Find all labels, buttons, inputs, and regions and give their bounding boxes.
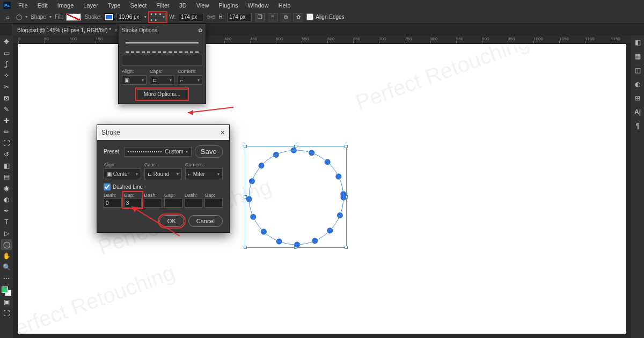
corners-dropdown[interactable]: ⌐ Miter▾ — [185, 168, 223, 179]
dash2-label: Dash: — [144, 193, 162, 198]
flyout-corners-label: Corners: — [178, 69, 202, 74]
screenmode-icon[interactable]: ⛶ — [1, 308, 12, 319]
link-wh-icon[interactable]: ⊃⊂ — [207, 14, 215, 20]
character-panel-icon[interactable]: A| — [633, 107, 642, 117]
blur-tool-icon[interactable]: ◉ — [1, 183, 12, 194]
fill-swatch[interactable] — [66, 13, 81, 21]
type-tool-icon[interactable]: T — [1, 217, 12, 227]
dash1-label: Dash: — [104, 193, 122, 198]
menu-window[interactable]: Window — [244, 1, 273, 10]
flyout-caps-label: Caps: — [150, 69, 174, 74]
shape-tool-icon[interactable]: ◯ — [1, 239, 12, 250]
gap2-input[interactable] — [164, 198, 182, 208]
flyout-caps-dropdown[interactable]: ⊏▾ — [150, 75, 174, 85]
menu-edit[interactable]: Edit — [33, 1, 52, 10]
save-preset-button[interactable]: Save — [195, 145, 223, 158]
menu-type[interactable]: Type — [104, 1, 125, 10]
shape-mode-label[interactable]: Shape — [31, 14, 46, 20]
gap1-input[interactable] — [124, 198, 142, 208]
dash3-input[interactable] — [185, 198, 203, 208]
menu-filter[interactable]: Filter — [152, 1, 173, 10]
gap3-input[interactable] — [204, 198, 223, 208]
menu-layer[interactable]: Layer — [79, 1, 103, 10]
cancel-button[interactable]: Cancel — [188, 215, 223, 227]
zoom-tool-icon[interactable]: 🔍 — [1, 262, 12, 273]
path-ops-icon[interactable]: ❐ — [255, 13, 265, 21]
pen-tool-icon[interactable]: ✒ — [1, 205, 12, 216]
horizontal-ruler: 0501001502002503003504004505005506006507… — [13, 35, 631, 44]
frame-tool-icon[interactable]: ⊠ — [1, 93, 12, 104]
stroke-type-dropdown[interactable]: • • • • • ▾ — [150, 13, 166, 21]
align-dropdown[interactable]: ▣ Center▾ — [104, 168, 141, 179]
path-select-icon[interactable]: ▷ — [1, 228, 12, 239]
brush-tool-icon[interactable]: ✏ — [1, 127, 12, 137]
color-swatches[interactable] — [2, 286, 11, 296]
stroke-dotted-option[interactable] — [122, 55, 202, 65]
align-edges-checkbox[interactable]: Align Edges — [306, 13, 344, 20]
dialog-title: Stroke — [101, 129, 120, 136]
stroke-label: Stroke: — [84, 14, 101, 20]
selection-bounds[interactable] — [245, 146, 347, 248]
height-label: H: — [218, 14, 224, 20]
crop-tool-icon[interactable]: ✂ — [1, 82, 12, 92]
eraser-tool-icon[interactable]: ◧ — [1, 160, 12, 171]
flyout-gear-icon[interactable]: ✿ — [198, 27, 202, 33]
flyout-align-label: Align: — [122, 69, 147, 74]
stroke-width-input[interactable] — [116, 13, 141, 21]
gear-icon[interactable]: ✿ — [294, 13, 303, 21]
ellipse-tool-icon[interactable]: ◯ — [16, 14, 22, 20]
color-panel-icon[interactable]: ◧ — [633, 38, 642, 47]
dash1-input[interactable] — [104, 198, 122, 208]
right-panel: ◧ ▦ ◫ ◐ ⊞ A| ¶ — [631, 35, 644, 338]
stroke-dashed-option[interactable] — [122, 46, 202, 53]
hand-tool-icon[interactable]: ✋ — [1, 251, 12, 261]
eyedropper-tool-icon[interactable]: ✎ — [1, 104, 12, 115]
home-icon[interactable]: ⌂ — [3, 12, 13, 22]
ok-button[interactable]: OK — [159, 215, 184, 227]
properties-panel-icon[interactable]: ◫ — [633, 65, 642, 75]
menu-plugins[interactable]: Plugins — [214, 1, 242, 10]
watermark: Perfect Retouching — [13, 260, 178, 338]
marquee-tool-icon[interactable]: ▭ — [1, 48, 12, 58]
move-tool-icon[interactable]: ✥ — [1, 36, 12, 47]
heal-tool-icon[interactable]: ✚ — [1, 115, 12, 126]
arrange-icon[interactable]: ⧉ — [281, 13, 290, 21]
history-brush-icon[interactable]: ↺ — [1, 149, 12, 160]
preset-label: Preset: — [104, 149, 121, 155]
dialog-close-icon[interactable]: × — [221, 128, 225, 137]
menu-view[interactable]: View — [192, 1, 214, 10]
dash2-input[interactable] — [144, 198, 162, 208]
stroke-swatch[interactable] — [105, 14, 113, 20]
lasso-tool-icon[interactable]: ʆ — [1, 59, 12, 70]
more-tools-icon[interactable]: ⋯ — [1, 273, 12, 284]
height-input[interactable] — [227, 13, 252, 21]
stamp-tool-icon[interactable]: ⛶ — [1, 138, 12, 149]
libraries-panel-icon[interactable]: ⊞ — [633, 93, 642, 103]
dodge-tool-icon[interactable]: ◐ — [1, 194, 12, 205]
caps-dropdown[interactable]: ⊏ Round▾ — [144, 168, 182, 179]
more-options-button[interactable]: More Options... — [137, 89, 187, 99]
menu-help[interactable]: Help — [274, 1, 295, 10]
width-input[interactable] — [179, 13, 203, 21]
flyout-align-dropdown[interactable]: ▣▾ — [122, 75, 147, 85]
stroke-solid-option[interactable] — [122, 36, 202, 44]
flyout-corners-dropdown[interactable]: ⌐▾ — [178, 75, 202, 85]
quickmask-icon[interactable]: ▣ — [1, 297, 12, 307]
menu-image[interactable]: Image — [53, 1, 78, 10]
tool-palette: ✥ ▭ ʆ ✧ ✂ ⊠ ✎ ✚ ✏ ⛶ ↺ ◧ ▤ ◉ ◐ ✒ T ▷ ◯ ✋ … — [0, 35, 13, 319]
preset-dropdown[interactable]: Custom▾ — [124, 147, 192, 157]
menu-3d[interactable]: 3D — [175, 1, 191, 10]
paragraph-panel-icon[interactable]: ¶ — [633, 121, 642, 131]
adjustments-panel-icon[interactable]: ◐ — [633, 79, 642, 89]
gradient-tool-icon[interactable]: ▤ — [1, 172, 12, 182]
menu-select[interactable]: Select — [126, 1, 151, 10]
caps-label: Caps: — [144, 162, 182, 167]
document-tabs: Blog.psd @ 145% (Ellipse 1, RGB/8#) *× — [0, 24, 644, 35]
align-icon[interactable]: ≡ — [268, 13, 277, 21]
swatches-panel-icon[interactable]: ▦ — [633, 52, 642, 61]
dashed-line-checkbox[interactable]: Dashed Line — [104, 183, 223, 190]
wand-tool-icon[interactable]: ✧ — [1, 70, 12, 81]
close-tab-icon[interactable]: × — [114, 27, 118, 33]
menu-file[interactable]: File — [14, 1, 32, 10]
document-tab[interactable]: Blog.psd @ 145% (Ellipse 1, RGB/8#) *× — [12, 25, 123, 35]
